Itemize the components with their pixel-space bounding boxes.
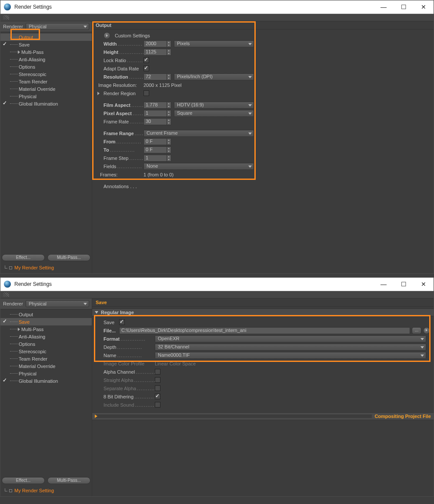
tree-item-physical[interactable]: Physical [0, 370, 92, 377]
lock-ratio-label: Lock Ratio [103, 58, 144, 63]
render-setting-name: My Render Setting [14, 488, 54, 493]
titlebar[interactable]: Render Settings — ☐ ✕ [0, 0, 434, 14]
multipass-button[interactable]: Multi-Pass... [47, 254, 90, 261]
close-button[interactable]: ✕ [414, 278, 434, 291]
panel-title: Save [92, 298, 434, 307]
tree-checkbox[interactable] [2, 71, 8, 77]
compositing-section[interactable]: Compositing Project File [92, 412, 434, 420]
film-aspect-dropdown[interactable]: HDTV (16:9) [174, 102, 254, 109]
tree-checkbox[interactable] [2, 319, 8, 325]
tree-item-team-render[interactable]: Team Render [0, 78, 92, 85]
file-label: File... [103, 328, 116, 333]
tree-item-output[interactable]: Output [0, 311, 92, 318]
minimize-button[interactable]: — [374, 0, 394, 13]
resolution-unit-dropdown[interactable]: Pixels/Inch (DPI) [174, 73, 254, 80]
lock-ratio-checkbox[interactable] [144, 57, 149, 63]
close-button[interactable]: ✕ [414, 0, 434, 13]
tree-item-physical[interactable]: Physical [0, 93, 92, 100]
height-field[interactable]: 1125 [144, 49, 171, 56]
maximize-button[interactable]: ☐ [394, 0, 414, 13]
tree-item-save[interactable]: Save [0, 318, 92, 325]
dither-checkbox[interactable] [155, 394, 160, 399]
tree-item-multi-pass[interactable]: Multi-Pass [0, 325, 92, 333]
frame-step-field[interactable]: 1 [144, 155, 171, 162]
render-setting-row[interactable]: My Render Setting [2, 264, 90, 272]
tree-item-material-override[interactable]: Material Override [0, 362, 92, 370]
alpha-label: Alpha Channel [103, 369, 155, 375]
tree-item-global-illumination[interactable]: Global Illumination [0, 100, 92, 107]
film-aspect-field[interactable]: 1.778 [144, 102, 171, 109]
maximize-button[interactable]: ☐ [394, 278, 414, 291]
tree-item-output[interactable]: Output [0, 33, 92, 41]
tree-checkbox[interactable] [2, 49, 8, 55]
tree-checkbox[interactable] [2, 356, 8, 361]
panel-title: Output [92, 21, 434, 30]
tree-checkbox[interactable] [2, 363, 8, 369]
tree-item-save[interactable]: Save [0, 41, 92, 48]
from-label: From [103, 139, 116, 144]
dot-icon [9, 266, 12, 269]
tree-checkbox[interactable] [2, 326, 8, 332]
save-checkbox[interactable] [119, 319, 125, 325]
render-setting-row[interactable]: My Render Setting [2, 487, 90, 494]
tree-item-anti-aliasing[interactable]: Anti-Aliasing [0, 333, 92, 340]
render-region-expander-icon[interactable] [97, 92, 100, 95]
depth-dropdown[interactable]: 32 Bit/Channel [155, 344, 426, 351]
fields-dropdown[interactable]: None [144, 163, 254, 170]
tree-label: Save [19, 319, 30, 325]
renderer-label: Renderer [3, 301, 26, 306]
grip-icon[interactable] [3, 15, 9, 20]
tree-checkbox[interactable] [2, 86, 8, 92]
grip-icon[interactable] [3, 292, 9, 297]
titlebar[interactable]: Render Settings — ☐ ✕ [0, 278, 434, 291]
menubar [0, 291, 434, 298]
name-dropdown[interactable]: Name0000.TIF [155, 352, 426, 359]
pixel-aspect-field[interactable]: 1 [144, 110, 171, 117]
file-browse-button[interactable]: ... [412, 327, 421, 334]
frame-rate-field[interactable]: 30 [144, 118, 171, 125]
tree-item-multi-pass[interactable]: Multi-Pass [0, 48, 92, 56]
tree-item-options[interactable]: Options [0, 63, 92, 70]
tree-checkbox[interactable] [2, 101, 8, 106]
regular-image-section[interactable]: Regular Image [92, 308, 434, 316]
frame-range-dropdown[interactable]: Current Frame [144, 130, 254, 137]
effect-button[interactable]: Effect... [2, 477, 45, 484]
resolution-field[interactable]: 72 [144, 73, 171, 80]
tree-label: Global Illumination [19, 101, 58, 106]
expand-icon[interactable] [18, 50, 20, 54]
tree-item-stereoscopic[interactable]: Stereoscopic [0, 70, 92, 78]
from-field[interactable]: 0 F [144, 138, 171, 145]
tree-label: Physical [19, 94, 37, 99]
width-field[interactable]: 2000 [144, 40, 171, 47]
file-path-field[interactable]: C:\Users\Rebus_Dirk\Desktop\compression\… [119, 327, 410, 334]
renderer-dropdown[interactable]: Physical [26, 300, 89, 307]
file-open-button[interactable] [423, 327, 430, 334]
branch-icon [3, 265, 7, 270]
pixel-aspect-dropdown[interactable]: Square [174, 110, 254, 117]
adapt-checkbox[interactable] [144, 66, 149, 71]
tree-label: Options [19, 342, 35, 347]
render-region-checkbox[interactable] [144, 90, 149, 96]
tree-item-anti-aliasing[interactable]: Anti-Aliasing [0, 56, 92, 63]
preset-play-icon[interactable] [103, 32, 110, 39]
tree-checkbox[interactable] [2, 348, 8, 354]
effect-button[interactable]: Effect... [2, 254, 45, 261]
tree-item-global-illumination[interactable]: Global Illumination [0, 377, 92, 385]
right-panel: Output Custom Settings Width 2000 Pixels… [92, 21, 434, 273]
renderer-dropdown[interactable]: Physical [26, 23, 89, 30]
width-unit-dropdown[interactable]: Pixels [174, 40, 254, 47]
multipass-button[interactable]: Multi-Pass... [47, 477, 90, 484]
tree-item-material-override[interactable]: Material Override [0, 85, 92, 93]
tree-item-stereoscopic[interactable]: Stereoscopic [0, 348, 92, 355]
tree-item-team-render[interactable]: Team Render [0, 355, 92, 362]
tree-label: Anti-Aliasing [19, 57, 45, 62]
tree-checkbox[interactable] [2, 79, 8, 84]
tree-checkbox[interactable] [2, 378, 8, 384]
tree-item-options[interactable]: Options [0, 340, 92, 348]
format-dropdown[interactable]: OpenEXR [155, 335, 426, 342]
expand-icon[interactable] [18, 328, 20, 331]
to-field[interactable]: 0 F [144, 146, 171, 153]
tree-checkbox[interactable] [2, 42, 8, 47]
alpha-checkbox[interactable] [155, 369, 160, 375]
minimize-button[interactable]: — [374, 278, 394, 291]
